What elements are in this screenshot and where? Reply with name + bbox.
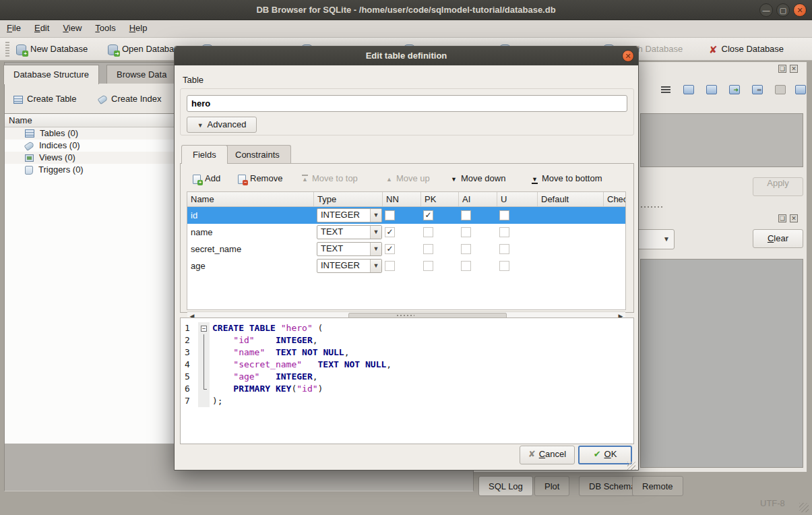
move-to-top-button[interactable]: ▲Move to top — [302, 171, 358, 187]
dock-splitter[interactable] — [637, 206, 664, 208]
ai-checkbox[interactable] — [461, 227, 471, 237]
field-row-age[interactable]: ageINTEGER▼ — [187, 258, 625, 274]
default-cell[interactable] — [538, 241, 604, 258]
column-header-check[interactable]: Check — [604, 192, 626, 206]
default-cell[interactable] — [538, 258, 604, 274]
save-file-icon[interactable] — [704, 82, 720, 98]
log-filter-combo[interactable]: ▼ — [636, 229, 675, 249]
tab-database-structure[interactable]: Database Structure — [3, 65, 99, 84]
nn-checkbox[interactable] — [385, 210, 395, 220]
nn-checkbox[interactable] — [385, 261, 395, 271]
dialog-close-icon[interactable]: ✕ — [622, 50, 634, 62]
check-cell[interactable] — [604, 258, 626, 274]
pk-checkbox[interactable]: ✓ — [423, 210, 433, 220]
close-database-button[interactable]: ✘Close Database — [709, 40, 784, 58]
column-header-pk[interactable]: PK — [421, 192, 459, 206]
pk-checkbox[interactable] — [423, 227, 433, 237]
toolbar-handle[interactable] — [5, 42, 9, 57]
dock-close-icon[interactable]: ✕ — [790, 65, 798, 73]
menu-help[interactable]: Help — [123, 20, 154, 36]
menu-edit[interactable]: Edit — [28, 20, 56, 36]
u-checkbox[interactable] — [499, 261, 509, 271]
fold-margin[interactable] — [198, 359, 210, 371]
tab-browse-data[interactable]: Browse Data — [106, 65, 177, 84]
pk-checkbox[interactable] — [423, 244, 433, 254]
column-header-default[interactable]: Default — [538, 192, 604, 206]
check-cell[interactable] — [604, 241, 626, 258]
ok-button[interactable]: ✔OK — [578, 446, 632, 464]
link-icon[interactable]: ∞ — [749, 82, 766, 98]
new-database-button[interactable]: +New Database — [16, 40, 88, 58]
pk-checkbox[interactable] — [423, 261, 433, 271]
minimize-icon[interactable]: — — [759, 3, 773, 17]
advanced-button[interactable]: ▼Advanced — [187, 117, 257, 133]
dialog-tab-fields[interactable]: Fields — [181, 145, 228, 164]
fold-marker-icon[interactable]: − — [201, 326, 207, 332]
create-index-button[interactable]: Create Index — [98, 91, 161, 107]
dock-float-icon[interactable]: ❏ — [778, 65, 786, 73]
move-up-button[interactable]: ▲Move up — [386, 171, 430, 187]
print-icon[interactable] — [792, 82, 809, 98]
bottom-tab-sql-log[interactable]: SQL Log — [478, 476, 533, 496]
type-combo[interactable]: TEXT▼ — [317, 242, 382, 256]
sql-preview[interactable]: 1−CREATE TABLE "hero" (2 "id" INTEGER,3 … — [180, 317, 634, 444]
u-checkbox[interactable] — [499, 244, 509, 254]
table-name-input[interactable] — [187, 95, 627, 112]
field-row-name[interactable]: nameTEXT▼✓ — [187, 224, 625, 241]
u-checkbox[interactable] — [499, 210, 509, 220]
maximize-icon[interactable]: ▢ — [776, 3, 790, 17]
dialog-resize-grip[interactable] — [627, 462, 635, 470]
cell-editor-area[interactable] — [640, 113, 803, 167]
create-table-button[interactable]: Create Table — [13, 91, 76, 107]
dock-float-icon[interactable]: ❏ — [778, 214, 786, 222]
clear-button[interactable]: Clear — [753, 229, 803, 248]
dialog-titlebar[interactable]: Edit table definition ✕ — [175, 47, 638, 65]
check-cell[interactable] — [604, 207, 626, 224]
field-row-secret_name[interactable]: secret_nameTEXT▼✓ — [187, 241, 625, 258]
column-header-type[interactable]: Type — [314, 192, 383, 206]
type-combo[interactable]: INTEGER▼ — [317, 208, 382, 222]
column-header-u[interactable]: U — [497, 192, 538, 206]
menu-view[interactable]: View — [56, 20, 88, 36]
column-header-ai[interactable]: AI — [459, 192, 497, 206]
ai-checkbox[interactable] — [461, 210, 471, 220]
fold-margin[interactable] — [198, 334, 210, 346]
move-down-button[interactable]: ▼Move down — [451, 171, 505, 187]
fold-margin[interactable] — [198, 383, 210, 395]
type-combo[interactable]: INTEGER▼ — [317, 259, 382, 273]
open-database-button[interactable]: ➜Open Database — [108, 40, 183, 58]
move-to-bottom-button[interactable]: ▼Move to bottom — [532, 171, 602, 187]
add-button[interactable]: +Add — [193, 171, 220, 187]
fold-margin[interactable]: − — [198, 322, 210, 334]
nn-checkbox[interactable]: ✓ — [385, 244, 395, 254]
window-titlebar[interactable]: DB Browser for SQLite - /home/user/code/… — [0, 0, 812, 20]
menu-file[interactable]: File — [0, 20, 28, 36]
default-cell[interactable] — [538, 224, 604, 241]
fold-margin[interactable] — [198, 371, 210, 383]
ai-checkbox[interactable] — [461, 244, 471, 254]
fold-margin[interactable] — [198, 395, 210, 407]
default-cell[interactable] — [538, 207, 604, 224]
fields-table[interactable]: NameTypeNNPKAIUDefaultCheck idINTEGER▼✓n… — [187, 191, 626, 310]
u-checkbox[interactable] — [499, 227, 509, 237]
menu-tools[interactable]: Tools — [88, 20, 122, 36]
column-header-name[interactable]: Name — [187, 192, 314, 206]
export-icon[interactable]: ➜ — [726, 82, 743, 98]
field-row-id[interactable]: idINTEGER▼✓ — [187, 207, 625, 224]
ai-checkbox[interactable] — [461, 261, 471, 271]
bottom-tab-plot[interactable]: Plot — [534, 476, 569, 496]
set-null-icon[interactable] — [772, 82, 788, 98]
nn-checkbox[interactable]: ✓ — [385, 227, 395, 237]
cancel-button[interactable]: ✘Cancel — [520, 446, 575, 464]
open-file-icon[interactable] — [681, 82, 697, 98]
close-icon[interactable]: ✕ — [793, 3, 807, 17]
remove-button[interactable]: −Remove — [238, 171, 282, 187]
resize-grip[interactable] — [799, 503, 809, 512]
dialog-splitter[interactable] — [397, 315, 414, 316]
fold-margin[interactable] — [198, 346, 210, 359]
column-header-nn[interactable]: NN — [383, 192, 421, 206]
type-combo[interactable]: TEXT▼ — [317, 225, 382, 239]
check-cell[interactable] — [604, 224, 626, 241]
dock-close-icon[interactable]: ✕ — [790, 214, 798, 222]
bottom-tab-remote[interactable]: Remote — [632, 476, 683, 496]
